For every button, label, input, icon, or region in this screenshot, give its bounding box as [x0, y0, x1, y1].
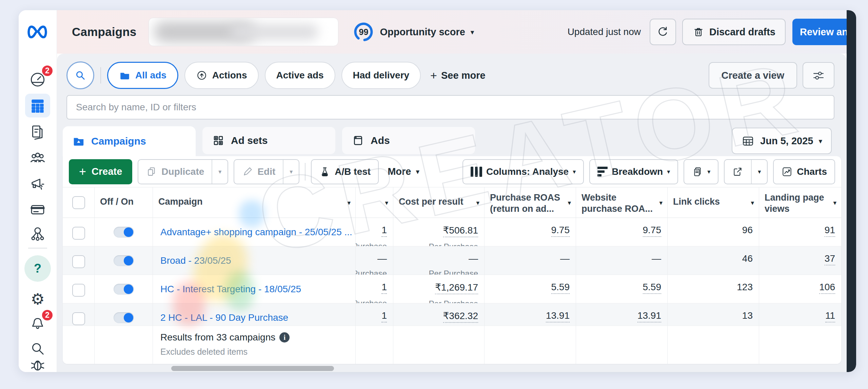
- row-checkbox[interactable]: [72, 312, 85, 325]
- row-checkbox[interactable]: [72, 255, 85, 268]
- charts-button[interactable]: Charts: [773, 159, 835, 184]
- view-settings-button[interactable]: [803, 62, 834, 89]
- help-button[interactable]: ?: [24, 255, 51, 282]
- campaign-link[interactable]: Broad - 23/05/25: [153, 246, 355, 266]
- sort-caret-icon[interactable]: ▾: [476, 199, 479, 206]
- filter-pill-all-ads[interactable]: All ads: [107, 62, 178, 89]
- view-results-link[interactable]: View results: [160, 362, 355, 364]
- header-link-clicks[interactable]: Link clicks ▾: [668, 187, 759, 218]
- sidebar-item-business-tools[interactable]: [25, 222, 50, 246]
- columns-button[interactable]: Columns: Analyse ▾: [462, 159, 584, 184]
- reports-button[interactable]: ▾: [684, 159, 718, 184]
- tab-ads[interactable]: Ads: [342, 127, 475, 154]
- website-roas-value[interactable]: 9.75: [643, 225, 662, 237]
- sidebar-item-audiences[interactable]: [25, 146, 50, 170]
- campaign-link[interactable]: Advantage+ shopping campaign - 25/05/25 …: [153, 218, 355, 238]
- campaign-toggle-on[interactable]: [114, 255, 134, 266]
- roas-value[interactable]: 5.59: [551, 282, 570, 294]
- review-publish-button[interactable]: Review and pu: [792, 19, 847, 45]
- main-panel: All ads Actions Active ads Had delivery: [57, 54, 847, 372]
- header-cost-per-result[interactable]: Cost per result ▾: [393, 187, 485, 218]
- sort-caret-icon[interactable]: ▾: [347, 199, 351, 206]
- landing-views-value[interactable]: 37: [825, 253, 835, 265]
- duplicate-menu-button[interactable]: ▾: [212, 160, 228, 184]
- sidebar-item-report-bug[interactable]: [25, 352, 50, 372]
- landing-views-value[interactable]: 91: [825, 225, 835, 237]
- sidebar-item-ads-manager[interactable]: [25, 94, 50, 117]
- see-more-button[interactable]: + See more: [427, 69, 489, 82]
- filter-pill-had-delivery[interactable]: Had delivery: [341, 62, 421, 89]
- sort-caret-icon[interactable]: ▾: [659, 199, 663, 206]
- date-range-label: Jun 5, 2025: [760, 135, 813, 147]
- sidebar-item-ads-promote[interactable]: [25, 172, 50, 196]
- horizontal-scrollbar[interactable]: [171, 366, 334, 371]
- sidebar-item-settings[interactable]: ⚙: [25, 287, 50, 311]
- cost-value[interactable]: ₹1,269.17: [435, 282, 478, 294]
- row-checkbox[interactable]: [72, 284, 85, 297]
- export-icon: [732, 166, 744, 178]
- chevron-down-icon: ▾: [218, 169, 221, 175]
- sort-caret-icon[interactable]: ▾: [568, 199, 571, 206]
- edit-menu-button[interactable]: ▾: [283, 160, 299, 184]
- tab-ad-sets[interactable]: Ad sets: [202, 127, 335, 154]
- campaign-toggle-on[interactable]: [114, 312, 134, 323]
- search-input[interactable]: [66, 95, 834, 119]
- website-roas-value[interactable]: 13.91: [637, 310, 661, 322]
- results-value[interactable]: 1: [381, 282, 387, 294]
- account-selector-redacted[interactable]: [149, 18, 338, 46]
- header-campaign[interactable]: Campaign ▾: [153, 187, 356, 218]
- header-results-truncated[interactable]: ▾: [356, 187, 393, 218]
- info-icon[interactable]: i: [279, 332, 290, 342]
- trash-icon: [692, 26, 705, 38]
- sidebar: 2: [19, 10, 57, 372]
- date-range-button[interactable]: Jun 5, 2025 ▾: [732, 128, 832, 154]
- checkbox[interactable]: [72, 196, 85, 209]
- sidebar-item-reports[interactable]: [25, 120, 50, 144]
- create-a-view-label: Create a view: [722, 70, 784, 81]
- results-value[interactable]: 1: [381, 310, 387, 322]
- sort-caret-icon[interactable]: ▾: [385, 199, 388, 206]
- sidebar-item-notifications[interactable]: 2: [25, 312, 50, 335]
- header-website-roas[interactable]: Website purchase ROA... ▾: [576, 187, 668, 218]
- ab-test-button[interactable]: A/B test: [311, 159, 379, 184]
- sort-caret-icon[interactable]: ▾: [751, 199, 754, 206]
- campaign-link[interactable]: 2 HC - LAL - 90 Day Purchase: [153, 303, 355, 323]
- duplicate-button[interactable]: Duplicate: [138, 160, 212, 184]
- sidebar-item-account-overview[interactable]: 2: [25, 67, 50, 91]
- search-filter-button[interactable]: [66, 61, 94, 89]
- header-purchase-roas[interactable]: Purchase ROAS (return on ad... ▾: [485, 187, 576, 218]
- sidebar-item-billing[interactable]: [25, 198, 50, 221]
- campaign-toggle-on[interactable]: [114, 284, 134, 295]
- edit-button[interactable]: Edit: [234, 160, 283, 184]
- create-button[interactable]: + Create: [69, 159, 132, 184]
- export-menu-button[interactable]: ▾: [751, 160, 767, 184]
- campaign-link[interactable]: HC - Interest Targeting - 18/05/25: [153, 275, 355, 295]
- create-a-view-button[interactable]: Create a view: [709, 62, 797, 89]
- roas-value[interactable]: 13.91: [546, 310, 570, 322]
- campaign-toggle-on[interactable]: [114, 227, 134, 238]
- sort-caret-icon[interactable]: ▾: [833, 199, 836, 206]
- meta-logo-icon: [26, 23, 48, 40]
- credit-card-icon: [29, 201, 46, 218]
- landing-views-value[interactable]: 106: [819, 282, 835, 294]
- discard-drafts-button[interactable]: Discard drafts: [682, 19, 786, 45]
- filter-pill-active-ads[interactable]: Active ads: [265, 62, 335, 89]
- cost-value[interactable]: ₹362.32: [443, 310, 478, 323]
- row-checkbox[interactable]: [72, 227, 85, 240]
- header-select-all[interactable]: [63, 187, 95, 218]
- refresh-button[interactable]: [650, 19, 676, 45]
- website-roas-value[interactable]: 5.59: [643, 282, 662, 294]
- chevron-down-icon: ▾: [758, 169, 761, 175]
- opportunity-score[interactable]: 99 Opportunity score ▾: [353, 21, 474, 43]
- header-landing-page-views[interactable]: Landing page views ▾: [759, 187, 841, 218]
- filter-pill-actions[interactable]: Actions: [184, 62, 259, 89]
- tab-campaigns[interactable]: Campaigns: [63, 126, 196, 156]
- roas-value[interactable]: 9.75: [551, 225, 570, 237]
- more-button[interactable]: More ▾: [384, 166, 423, 177]
- cost-value[interactable]: ₹506.81: [443, 225, 478, 237]
- question-mark-icon: ?: [34, 261, 41, 276]
- export-button[interactable]: [725, 160, 751, 184]
- landing-views-value[interactable]: 11: [825, 310, 835, 322]
- breakdown-button[interactable]: Breakdown ▾: [589, 159, 678, 184]
- results-value[interactable]: 1: [381, 225, 387, 237]
